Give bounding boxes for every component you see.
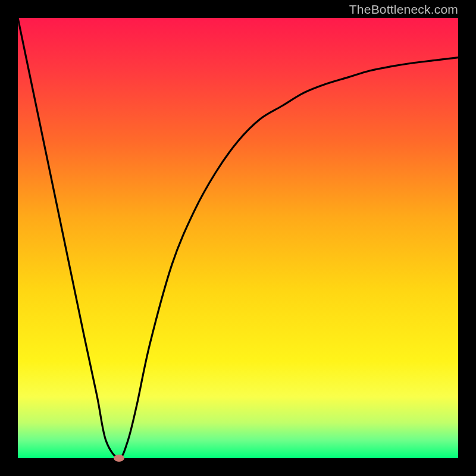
bottleneck-curve [18,18,458,458]
curve-svg [18,18,458,458]
minimum-marker [114,455,124,462]
chart-frame: TheBottleneck.com [0,0,476,476]
plot-area [18,18,458,458]
watermark-text: TheBottleneck.com [349,2,458,17]
